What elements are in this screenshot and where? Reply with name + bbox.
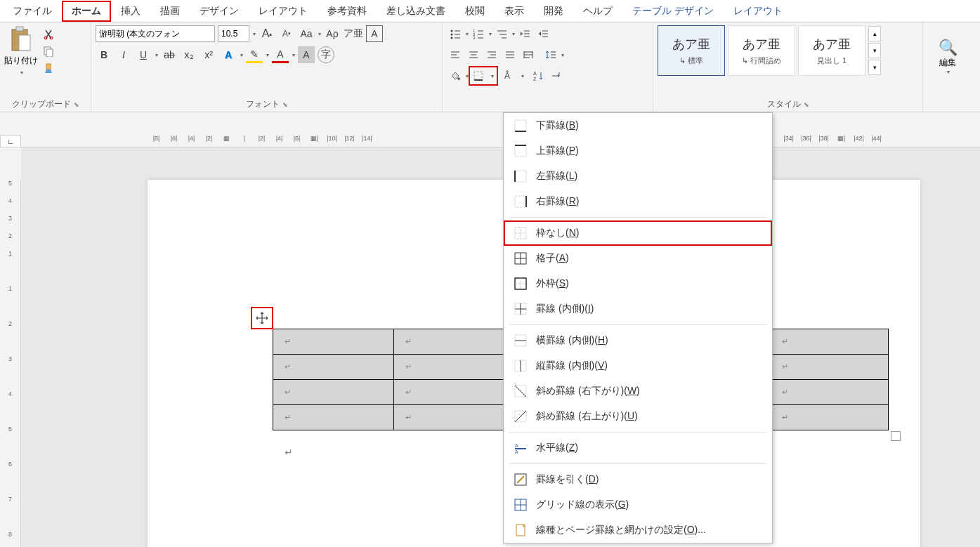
sort-button[interactable]: AZ [530, 67, 547, 84]
style-nospacing[interactable]: あア亜 ↳ 行間詰め [728, 25, 795, 76]
char-border-button[interactable]: A [366, 25, 383, 42]
multilevel-button[interactable] [493, 25, 510, 42]
tab-references[interactable]: 参考資料 [318, 1, 377, 22]
table-cell[interactable]: ↵ [273, 380, 394, 405]
tab-view[interactable]: 表示 [495, 1, 534, 22]
subscript-button[interactable]: x₂ [181, 46, 197, 63]
table-cell[interactable]: ↵ [273, 405, 394, 430]
enclose-char-button[interactable]: 字 [318, 46, 334, 63]
menu-outside-borders[interactable]: 外枠(S) [504, 271, 772, 296]
styles-expand[interactable]: ▾ [868, 60, 881, 75]
highlight-button[interactable]: ✎ [246, 46, 263, 63]
menu-inside-borders[interactable]: 罫線 (内側)(I) [504, 296, 772, 322]
superscript-button[interactable]: x² [200, 46, 217, 63]
styles-scroll-down[interactable]: ▾ [868, 43, 881, 58]
ruler-horizontal[interactable]: |8||6||4||2|▦||2||4||6|▦||10||12||14||34… [21, 135, 980, 147]
borders-button[interactable] [470, 67, 487, 84]
ruler-corner[interactable]: ∟ [0, 135, 21, 147]
menu-no-border[interactable]: 枠なし(N) [504, 220, 772, 246]
phonetic-guide-button[interactable]: ア亜 [344, 25, 363, 42]
change-case-button[interactable]: Aa [298, 25, 315, 42]
menu-left-border[interactable]: 左罫線(L) [504, 164, 772, 189]
font-launcher[interactable]: ⬊ [282, 101, 288, 108]
grow-font-button[interactable]: A▴ [259, 25, 275, 42]
tab-insert[interactable]: 挿入 [111, 1, 150, 22]
table-resize-handle[interactable] [891, 431, 901, 441]
line-spacing-icon [545, 49, 556, 60]
scissors-icon [43, 29, 54, 40]
clipboard-launcher[interactable]: ⬊ [74, 101, 79, 108]
tab-layout[interactable]: レイアウト [249, 1, 318, 22]
char-shading-button[interactable]: A [298, 46, 315, 63]
menu-all-borders[interactable]: 格子(A) [504, 246, 772, 271]
tab-table-design[interactable]: テーブル デザイン [622, 1, 724, 22]
tab-help[interactable]: ヘルプ [573, 1, 622, 22]
tab-table-layout[interactable]: レイアウト [724, 1, 792, 22]
shading-button[interactable] [447, 67, 464, 84]
asian-layout-button[interactable]: Â [502, 67, 519, 84]
tab-mailings[interactable]: 差し込み文書 [377, 1, 455, 22]
tab-file[interactable]: ファイル [3, 1, 62, 22]
menu-top-border[interactable]: 上罫線(P) [504, 138, 772, 164]
bullets-button[interactable] [447, 25, 464, 42]
table-cell[interactable]: ↵ [771, 405, 889, 430]
distribute-icon [523, 49, 534, 60]
font-color-button[interactable]: A [272, 46, 289, 63]
underline-button[interactable]: U [135, 46, 152, 63]
style-heading1[interactable]: あア亜 見出し 1 [798, 25, 865, 76]
decrease-indent-button[interactable] [516, 25, 533, 42]
ruler-vertical[interactable]: 5432112345678 [0, 180, 21, 547]
tab-draw[interactable]: 描画 [150, 1, 190, 22]
copy-button[interactable] [41, 44, 56, 59]
tab-developer[interactable]: 開発 [534, 1, 573, 22]
show-marks-button[interactable] [548, 67, 565, 84]
align-left-button[interactable] [447, 46, 464, 63]
menu-bottom-border[interactable]: 下罫線(B) [504, 113, 772, 138]
table-move-handle[interactable] [251, 307, 273, 329]
style-normal[interactable]: あア亜 ↳ 標準 [658, 25, 725, 76]
bold-button[interactable]: B [96, 46, 112, 63]
format-painter-button[interactable] [41, 60, 56, 76]
align-center-button[interactable] [465, 46, 482, 63]
table-cell[interactable]: ↵ [771, 329, 889, 355]
styles-launcher[interactable]: ⬊ [804, 101, 809, 108]
indent-icon [537, 28, 549, 39]
menu-diag-down-border[interactable]: 斜め罫線 (右下がり)(W) [504, 378, 772, 404]
distribute-button[interactable] [520, 46, 537, 63]
menu-draw-border[interactable]: 罫線を引く(D) [504, 467, 772, 492]
justify-button[interactable] [502, 46, 518, 63]
menu-right-border[interactable]: 右罫線(R) [504, 189, 772, 214]
font-name-select[interactable] [96, 25, 215, 42]
text-effects-button[interactable]: A [220, 46, 237, 63]
font-size-select[interactable] [218, 25, 249, 42]
pilcrow-icon [551, 70, 562, 81]
cut-button[interactable] [41, 27, 56, 42]
menu-diag-up-border[interactable]: 斜め罫線 (右上がり)(U) [504, 404, 772, 429]
border-dropdown-menu: 下罫線(B) 上罫線(P) 左罫線(L) 右罫線(R) 枠なし(N) 格子(A)… [503, 112, 773, 543]
numbering-button[interactable]: 123 [470, 25, 487, 42]
clear-formatting-button[interactable]: Aρ [324, 25, 341, 42]
borders-dropdown-button[interactable]: ▾ [487, 67, 497, 84]
table-cell[interactable]: ↵ [771, 355, 889, 380]
table-cell[interactable]: ↵ [273, 329, 394, 355]
shrink-font-button[interactable]: A▾ [278, 25, 295, 42]
menu-inside-h-border[interactable]: 横罫線 (内側)(H) [504, 328, 772, 353]
italic-button[interactable]: I [115, 46, 132, 63]
menu-inside-v-border[interactable]: 縦罫線 (内側)(V) [504, 353, 772, 378]
tab-home[interactable]: ホーム [62, 1, 111, 22]
find-button[interactable]: 🔍 編集 ▾ [927, 25, 968, 88]
menu-borders-shading[interactable]: 線種とページ罫線と網かけの設定(O)... [504, 518, 772, 543]
menu-horizontal-line[interactable]: AA水平線(Z) [504, 435, 772, 461]
table-cell[interactable]: ↵ [771, 380, 889, 405]
menu-view-gridlines[interactable]: グリッド線の表示(G) [504, 492, 772, 518]
tab-design[interactable]: デザイン [190, 1, 249, 22]
line-spacing-button[interactable] [542, 46, 559, 63]
align-right-button[interactable] [483, 46, 500, 63]
styles-scroll-up[interactable]: ▴ [868, 26, 881, 41]
table-cell[interactable]: ↵ [273, 355, 394, 380]
increase-indent-button[interactable] [535, 25, 551, 42]
strikethrough-button[interactable]: ab [161, 46, 178, 63]
paste-button[interactable]: 貼り付け▾ [4, 25, 38, 77]
paste-icon [9, 25, 33, 53]
tab-review[interactable]: 校閲 [455, 1, 495, 22]
